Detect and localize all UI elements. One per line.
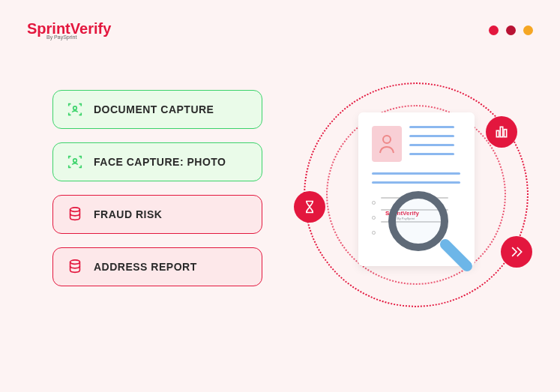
svg-rect-6 (500, 127, 502, 136)
dot-darkred (506, 25, 516, 35)
doc-line (409, 135, 454, 137)
doc-line (372, 172, 460, 175)
document-illustration: SprintVerify By PaySprint (300, 79, 532, 311)
bar-chart-icon (494, 124, 509, 139)
database-icon (67, 259, 83, 275)
svg-point-2 (70, 208, 80, 212)
magnifier-icon (388, 191, 478, 281)
database-icon (67, 206, 83, 223)
pill-address-report: ADDRESS REPORT (52, 247, 262, 286)
fast-forward-icon (509, 244, 524, 259)
pill-label: ADDRESS REPORT (94, 261, 197, 273)
badge-barchart (486, 116, 517, 148)
doc-line (409, 144, 454, 146)
person-icon (378, 133, 396, 154)
svg-point-4 (383, 136, 391, 143)
svg-rect-5 (496, 130, 499, 136)
hourglass-icon (302, 199, 317, 214)
dot-orange (523, 25, 533, 35)
badge-hourglass (294, 191, 325, 223)
bullet-icon (372, 231, 376, 235)
pill-label: DOCUMENT CAPTURE (94, 103, 214, 115)
feature-list: DOCUMENT CAPTURE FACE CAPTURE: PHOTO FRA… (52, 90, 262, 286)
pill-label: FRAUD RISK (94, 208, 162, 220)
doc-line (409, 126, 454, 128)
doc-line (409, 153, 454, 155)
pill-label: FACE CAPTURE: PHOTO (94, 156, 226, 168)
svg-point-3 (70, 260, 80, 265)
bullet-icon (372, 216, 376, 220)
pill-fraud-risk: FRAUD RISK (52, 195, 262, 234)
svg-point-0 (73, 106, 77, 110)
badge-fastforward (501, 236, 532, 268)
avatar-placeholder (372, 126, 402, 162)
svg-rect-7 (504, 130, 506, 137)
window-dots (489, 25, 533, 35)
face-scan-icon (67, 101, 83, 118)
doc-line (372, 181, 460, 184)
bullet-icon (372, 201, 376, 205)
svg-point-1 (73, 159, 77, 163)
face-scan-icon (67, 154, 83, 170)
dot-red (489, 25, 499, 35)
pill-face-capture: FACE CAPTURE: PHOTO (52, 142, 262, 181)
pill-document-capture: DOCUMENT CAPTURE (52, 90, 262, 129)
brand-logo: SprintVerify By PaySprint (27, 21, 111, 40)
